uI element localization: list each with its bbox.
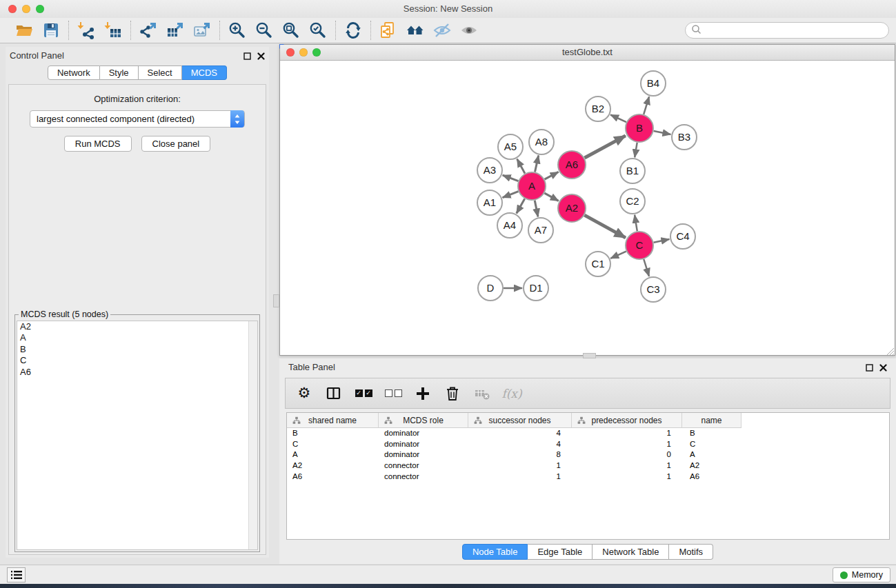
zoom-view-button[interactable] xyxy=(312,48,321,57)
tab-edge-table[interactable]: Edge Table xyxy=(528,544,593,560)
tab-mcds[interactable]: MCDS xyxy=(182,65,227,80)
table-cell[interactable]: A6 xyxy=(287,472,379,483)
graph-edge[interactable] xyxy=(654,239,670,243)
column-header-shared-name[interactable]: shared name xyxy=(287,413,379,428)
graph-edge[interactable] xyxy=(544,193,558,201)
graph-node[interactable]: C2 xyxy=(620,189,645,214)
first-neighbors-icon[interactable] xyxy=(406,21,425,40)
export-network-icon[interactable] xyxy=(139,21,158,40)
graph-node[interactable]: A8 xyxy=(529,130,554,154)
graph-edge[interactable] xyxy=(644,259,649,276)
table-cell[interactable]: dominator xyxy=(379,428,468,439)
table-row[interactable]: A2connector11A2 xyxy=(287,460,889,472)
graph-node[interactable]: A5 xyxy=(498,134,523,159)
graph-node[interactable]: B xyxy=(626,114,653,142)
table-cell[interactable]: A2 xyxy=(682,460,741,472)
import-table-icon[interactable] xyxy=(103,21,123,40)
graph-node[interactable]: A xyxy=(518,172,546,200)
table-cell[interactable]: 1 xyxy=(572,472,682,483)
table-cell[interactable]: connector xyxy=(379,460,468,472)
open-session-icon[interactable] xyxy=(14,21,34,40)
graph-node[interactable]: A2 xyxy=(558,194,586,222)
import-network-icon[interactable] xyxy=(77,21,96,40)
hide-selected-icon[interactable] xyxy=(432,21,452,40)
resize-grip[interactable] xyxy=(885,345,894,354)
table-cell[interactable]: dominator xyxy=(379,449,468,460)
graph-node[interactable]: C xyxy=(626,232,653,259)
show-all-icon[interactable] xyxy=(459,21,479,40)
table-cell[interactable]: A xyxy=(287,449,379,460)
graph-node[interactable]: B3 xyxy=(672,125,697,150)
graph-edge[interactable] xyxy=(584,215,626,238)
table-row[interactable]: Adominator80A xyxy=(287,449,889,460)
minimize-view-button[interactable] xyxy=(299,48,308,57)
tab-select[interactable]: Select xyxy=(139,65,182,80)
result-item[interactable]: A6 xyxy=(17,367,257,378)
graph-node[interactable]: A4 xyxy=(497,213,522,238)
memory-button[interactable]: Memory xyxy=(833,567,890,582)
graph-edge[interactable] xyxy=(535,156,539,172)
result-item[interactable]: A2 xyxy=(17,321,257,332)
splitter-handle[interactable] xyxy=(273,294,279,307)
graph-edge[interactable] xyxy=(535,201,538,217)
close-view-button[interactable] xyxy=(286,48,295,57)
criterion-dropdown[interactable]: largest connected component (directed) xyxy=(30,110,245,128)
column-header-successor-nodes[interactable]: successor nodes xyxy=(468,413,572,428)
graph-node[interactable]: C1 xyxy=(586,252,610,276)
tab-network[interactable]: Network xyxy=(48,65,100,80)
graph-edge[interactable] xyxy=(635,215,637,232)
graph-edge[interactable] xyxy=(503,192,519,198)
float-panel-icon[interactable] xyxy=(866,362,873,374)
table-cell[interactable]: A xyxy=(682,449,741,460)
graph-node[interactable]: C4 xyxy=(670,224,695,249)
graph-node[interactable]: B1 xyxy=(620,159,645,183)
graph-edge[interactable] xyxy=(517,199,525,213)
graph-node[interactable]: A6 xyxy=(558,151,586,179)
zoom-fit-icon[interactable] xyxy=(281,21,301,40)
table-cell[interactable]: A2 xyxy=(287,460,379,472)
export-image-icon[interactable] xyxy=(192,21,212,40)
split-view-icon[interactable] xyxy=(325,385,343,403)
column-header-name[interactable]: name xyxy=(682,413,741,428)
save-session-icon[interactable] xyxy=(41,21,61,40)
graph-edge[interactable] xyxy=(654,131,671,134)
mcds-result-list[interactable]: A2ABCA6 xyxy=(17,321,258,550)
table-cell[interactable]: C xyxy=(682,439,741,450)
run-mcds-button[interactable]: Run MCDS xyxy=(64,136,132,152)
column-header-predecessor-nodes[interactable]: predecessor nodes xyxy=(572,413,682,428)
table-cell[interactable]: 8 xyxy=(468,449,572,460)
table-cell[interactable]: C xyxy=(287,439,379,450)
tab-node-table[interactable]: Node Table xyxy=(462,544,528,560)
table-cell[interactable]: 0 xyxy=(572,449,682,460)
graph-edge[interactable] xyxy=(635,143,637,158)
table-cell[interactable]: 1 xyxy=(468,472,572,483)
close-panel-icon[interactable] xyxy=(879,362,887,374)
zoom-out-icon[interactable] xyxy=(255,21,274,40)
table-cell[interactable]: A6 xyxy=(682,472,741,483)
table-cell[interactable]: 1 xyxy=(572,460,682,472)
graph-node[interactable]: B2 xyxy=(586,97,610,121)
table-cell[interactable]: 1 xyxy=(572,439,682,450)
zoom-in-icon[interactable] xyxy=(228,21,247,40)
table-cell[interactable]: 4 xyxy=(468,428,572,439)
zoom-selected-icon[interactable] xyxy=(308,21,328,40)
close-panel-icon[interactable] xyxy=(257,50,265,63)
task-history-button[interactable] xyxy=(7,567,26,582)
result-item[interactable]: B xyxy=(17,344,257,355)
export-table-icon[interactable] xyxy=(166,21,185,40)
table-cell[interactable]: connector xyxy=(379,472,468,483)
result-item[interactable]: A xyxy=(17,332,257,343)
graph-node[interactable]: A3 xyxy=(477,158,502,183)
zoom-window-button[interactable] xyxy=(36,5,44,13)
select-all-icon[interactable]: ✓✓ xyxy=(355,385,372,403)
graph-edge[interactable] xyxy=(610,115,626,123)
table-cell[interactable]: B xyxy=(682,428,741,439)
apply-layout-icon[interactable] xyxy=(344,21,363,40)
close-panel-button[interactable]: Close panel xyxy=(141,136,211,152)
table-cell[interactable]: 1 xyxy=(572,428,682,439)
search-input[interactable] xyxy=(705,26,883,36)
new-network-from-selection-icon[interactable] xyxy=(379,21,398,40)
graph-edge[interactable] xyxy=(545,172,559,179)
graph-edge[interactable] xyxy=(517,159,525,174)
graph-edge[interactable] xyxy=(644,97,649,114)
